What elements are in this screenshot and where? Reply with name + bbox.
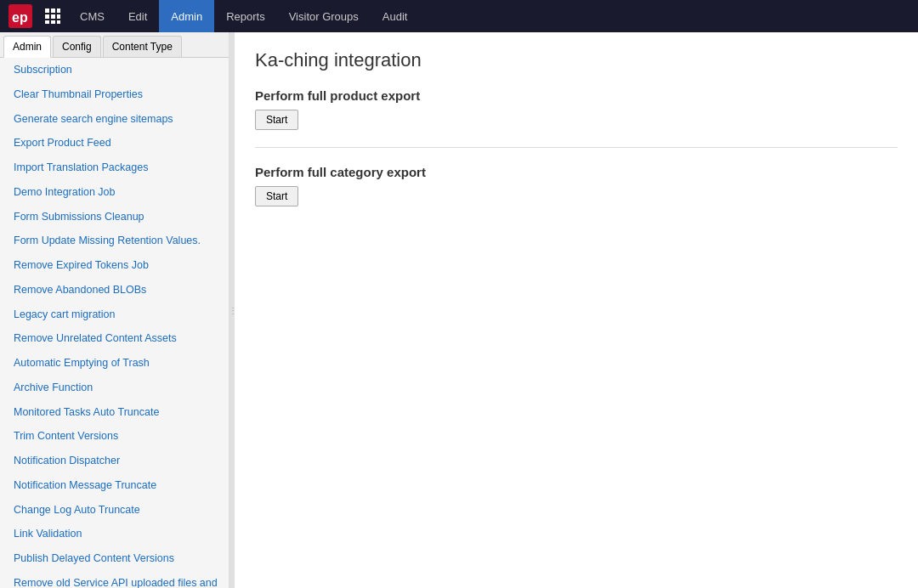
nav-audit[interactable]: Audit bbox=[371, 0, 420, 32]
tab-admin[interactable]: Admin bbox=[3, 36, 51, 58]
epi-logo[interactable]: ep bbox=[7, 3, 34, 30]
svg-rect-8 bbox=[45, 20, 49, 24]
sidebar-item-subscription[interactable]: Subscription bbox=[0, 58, 229, 82]
sidebar-item-remove-expired-tokens[interactable]: Remove Expired Tokens Job bbox=[0, 253, 229, 278]
sidebar-item-form-update-missing[interactable]: Form Update Missing Retention Values. bbox=[0, 229, 229, 253]
nav-reports[interactable]: Reports bbox=[214, 0, 277, 32]
tab-config[interactable]: Config bbox=[53, 36, 101, 57]
sidebar-item-remove-abandoned-blobs[interactable]: Remove Abandoned BLOBs bbox=[0, 278, 229, 302]
svg-rect-10 bbox=[57, 20, 60, 24]
category-export-section: Perform full category export Start bbox=[255, 165, 898, 223]
svg-rect-7 bbox=[57, 14, 60, 19]
top-navigation: ep CMS Edit Admin Reports Visitor Groups… bbox=[0, 0, 918, 32]
sidebar-item-notification-dispatcher[interactable]: Notification Dispatcher bbox=[0, 449, 229, 473]
svg-rect-9 bbox=[51, 20, 55, 24]
nav-admin[interactable]: Admin bbox=[159, 0, 214, 32]
sidebar-item-publish-delayed[interactable]: Publish Delayed Content Versions bbox=[0, 546, 229, 571]
category-export-start-button[interactable]: Start bbox=[255, 186, 298, 206]
sidebar-item-link-validation[interactable]: Link Validation bbox=[0, 522, 229, 546]
nav-edit[interactable]: Edit bbox=[116, 0, 159, 32]
sidebar-item-import-translation[interactable]: Import Translation Packages bbox=[0, 155, 229, 180]
sidebar-item-generate-sitemaps[interactable]: Generate search engine sitemaps bbox=[0, 107, 229, 132]
svg-rect-5 bbox=[45, 14, 49, 19]
sidebar-item-remove-unrelated-assets[interactable]: Remove Unrelated Content Assets bbox=[0, 326, 229, 351]
sidebar-item-automatic-emptying-trash[interactable]: Automatic Emptying of Trash bbox=[0, 351, 229, 376]
product-export-start-button[interactable]: Start bbox=[255, 110, 298, 130]
sidebar-item-change-log-auto-truncate[interactable]: Change Log Auto Truncate bbox=[0, 498, 229, 523]
svg-rect-2 bbox=[45, 8, 49, 13]
sidebar-item-demo-integration[interactable]: Demo Integration Job bbox=[0, 180, 229, 205]
grid-icon[interactable] bbox=[41, 4, 65, 28]
svg-rect-6 bbox=[51, 14, 55, 19]
svg-rect-4 bbox=[57, 8, 60, 13]
sidebar: Admin Config Content Type Subscription C… bbox=[0, 32, 230, 588]
sidebar-item-form-submissions-cleanup[interactable]: Form Submissions Cleanup bbox=[0, 205, 229, 229]
sidebar-tabs: Admin Config Content Type bbox=[0, 32, 229, 58]
sidebar-item-trim-content-versions[interactable]: Trim Content Versions bbox=[0, 424, 229, 449]
product-export-label: Perform full product export bbox=[255, 88, 898, 103]
sidebar-item-clear-thumbnail[interactable]: Clear Thumbnail Properties bbox=[0, 82, 229, 107]
nav-visitor-groups[interactable]: Visitor Groups bbox=[277, 0, 371, 32]
content-area: Ka-ching integration Perform full produc… bbox=[235, 32, 918, 588]
tab-content-type[interactable]: Content Type bbox=[103, 36, 182, 57]
svg-rect-3 bbox=[51, 8, 55, 13]
sidebar-item-legacy-cart-migration[interactable]: Legacy cart migration bbox=[0, 302, 229, 327]
product-export-section: Perform full product export Start bbox=[255, 88, 898, 148]
page-title: Ka-ching integration bbox=[255, 49, 898, 71]
sidebar-item-export-product-feed[interactable]: Export Product Feed bbox=[0, 131, 229, 155]
sidebar-item-archive-function[interactable]: Archive Function bbox=[0, 376, 229, 400]
category-export-label: Perform full category export bbox=[255, 165, 898, 179]
svg-text:ep: ep bbox=[12, 10, 28, 25]
sidebar-item-monitored-tasks-truncate[interactable]: Monitored Tasks Auto Truncate bbox=[0, 400, 229, 425]
sidebar-list: Subscription Clear Thumbnail Properties … bbox=[0, 58, 229, 588]
sidebar-item-remove-old-service-api[interactable]: Remove old Service API uploaded files an… bbox=[0, 571, 229, 588]
main-layout: Admin Config Content Type Subscription C… bbox=[0, 32, 918, 588]
nav-cms[interactable]: CMS bbox=[68, 0, 116, 32]
sidebar-item-notification-message-truncate[interactable]: Notification Message Truncate bbox=[0, 473, 229, 498]
